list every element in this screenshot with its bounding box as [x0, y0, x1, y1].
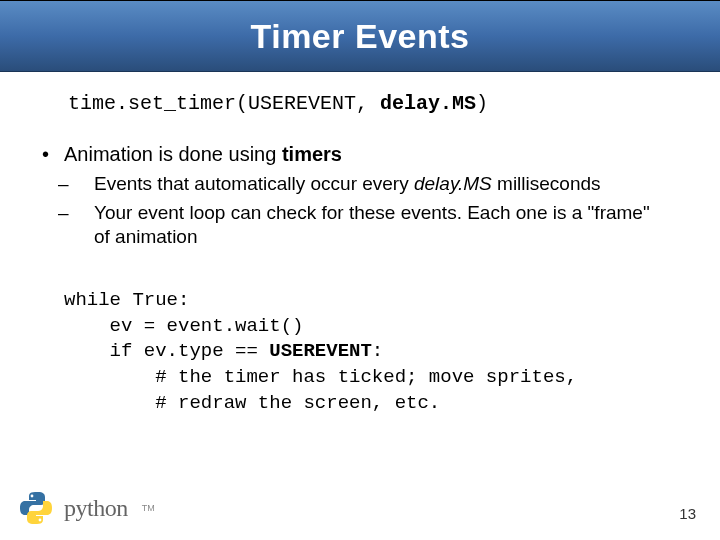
bullet-text-pre: Animation is done using — [64, 143, 282, 165]
python-logo-icon — [18, 490, 54, 526]
sub2-text: Your event loop can check for these even… — [94, 202, 650, 248]
trademark-symbol: TM — [142, 503, 155, 513]
bullet-main: •Animation is done using timers — [42, 143, 660, 166]
code-line-4: # the timer has ticked; move sprites, — [64, 366, 577, 388]
svg-point-0 — [31, 495, 34, 498]
signature-prefix: time.set_timer(USEREVENT, — [68, 92, 380, 115]
code-line-5: # redraw the screen, etc. — [64, 392, 440, 414]
dash-icon: – — [76, 172, 94, 197]
title-bar: Timer Events — [0, 0, 720, 72]
code-block: while True: ev = event.wait() if ev.type… — [64, 288, 660, 416]
slide-content: time.set_timer(USEREVENT, delay.MS) •Ani… — [0, 72, 720, 416]
code-line-3a: if ev.type == — [64, 340, 269, 362]
page-number: 13 — [679, 505, 696, 522]
sub1-post: milliseconds — [492, 173, 601, 194]
sub1-italic: delay.MS — [414, 173, 492, 194]
function-signature: time.set_timer(USEREVENT, delay.MS) — [68, 92, 660, 115]
bullet-dot: • — [42, 143, 64, 166]
svg-point-1 — [39, 519, 42, 522]
code-line-2: ev = event.wait() — [64, 315, 303, 337]
code-line-1: while True: — [64, 289, 189, 311]
slide-title: Timer Events — [251, 17, 470, 56]
signature-suffix: ) — [476, 92, 488, 115]
sub1-pre: Events that automatically occur every — [94, 173, 414, 194]
sub-bullet-2: –Your event loop can check for these eve… — [76, 201, 660, 250]
bullet-text-bold: timers — [282, 143, 342, 165]
code-userevent: USEREVENT — [269, 340, 372, 362]
footer: python TM — [18, 490, 155, 526]
python-logo-text: python — [64, 495, 128, 522]
dash-icon: – — [76, 201, 94, 226]
code-line-3c: : — [372, 340, 383, 362]
sub-bullet-1: –Events that automatically occur every d… — [76, 172, 660, 197]
signature-arg: delay.MS — [380, 92, 476, 115]
